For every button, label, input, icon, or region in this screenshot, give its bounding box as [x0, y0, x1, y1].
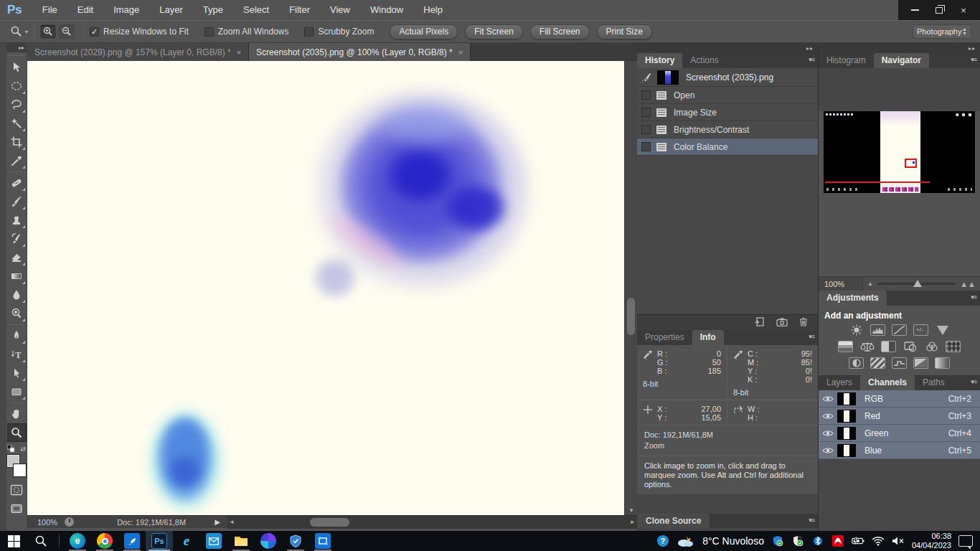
actual-pixels-button[interactable]: Actual Pixels — [390, 24, 458, 39]
tab-clone-source[interactable]: Clone Source — [637, 514, 710, 528]
channel-row-blue[interactable]: Blue Ctrl+5 — [819, 442, 980, 459]
workspace-switcher[interactable]: Photography ▲▼ — [913, 24, 971, 39]
history-state-open[interactable]: Open — [637, 87, 818, 104]
posterize-adjustment-icon[interactable] — [870, 357, 885, 369]
lasso-tool[interactable] — [7, 95, 27, 114]
swap-colors-icon[interactable]: ⇄ — [20, 446, 26, 453]
minimize-button[interactable] — [903, 2, 927, 18]
vertical-scrollbar[interactable]: ▾ — [624, 61, 637, 515]
path-selection-tool[interactable] — [7, 364, 27, 382]
status-doc-size[interactable]: Doc: 192,1M/61,8M — [117, 518, 186, 527]
navigator-zoom-slider[interactable] — [877, 283, 956, 285]
wifi-tray-icon[interactable] — [872, 534, 885, 547]
print-size-button[interactable]: Print Size — [597, 24, 652, 39]
channel-thumbnail[interactable] — [837, 427, 856, 440]
fill-screen-button[interactable]: Fill Screen — [530, 24, 590, 39]
eyedropper-icon[interactable] — [643, 349, 653, 375]
bluetooth-tray-icon[interactable] — [811, 534, 824, 547]
color-lookup-adjustment-icon[interactable] — [946, 341, 961, 352]
history-brush-tool[interactable] — [7, 230, 27, 248]
history-source-checkbox[interactable] — [641, 90, 651, 100]
taskbar-rocket-app[interactable] — [118, 531, 146, 551]
history-state-brightness-contrast[interactable]: Brightness/Contrast — [637, 121, 818, 138]
close-tab-icon[interactable]: × — [458, 48, 463, 57]
gradient-map-adjustment-icon[interactable] — [913, 357, 928, 369]
document-tab-1[interactable]: Screenshot (2029).png @ 157% (Layer 0, R… — [27, 43, 249, 61]
help-tray-icon[interactable]: ? — [656, 534, 669, 547]
hand-tool[interactable] — [7, 405, 27, 423]
tab-properties[interactable]: Properties — [637, 330, 692, 345]
taskbar-pinwheel-app[interactable] — [255, 531, 282, 551]
canvas[interactable] — [27, 61, 624, 515]
menu-filter[interactable]: Filter — [279, 0, 320, 20]
move-tool[interactable] — [7, 58, 27, 77]
panel-menu-icon[interactable]: ▾≡ — [971, 293, 976, 301]
notification-center-icon[interactable] — [958, 535, 973, 547]
checkbox-resize-windows-to-fit[interactable]: ✓ Resize Windows to Fit — [90, 27, 189, 37]
visibility-eye-icon[interactable] — [819, 447, 837, 454]
channel-mixer-adjustment-icon[interactable] — [924, 341, 939, 352]
vertical-scrollbar-thumb[interactable] — [627, 298, 635, 335]
visibility-eye-icon[interactable] — [819, 395, 837, 402]
brightness-contrast-adjustment-icon[interactable] — [849, 324, 864, 336]
menu-layer[interactable]: Layer — [149, 0, 193, 20]
taskbar-edge[interactable]: e — [64, 531, 91, 551]
zoom-slider-thumb[interactable] — [913, 280, 922, 287]
channel-row-red[interactable]: Red Ctrl+3 — [819, 408, 980, 425]
scroll-right-icon[interactable]: ▸ — [631, 518, 634, 525]
horizontal-scrollbar-thumb[interactable] — [310, 518, 349, 527]
navigator-preview[interactable] — [824, 111, 975, 193]
menu-image[interactable]: Image — [103, 0, 149, 20]
scroll-left-icon[interactable]: ◂ — [230, 518, 234, 525]
panel-menu-icon[interactable]: ▾≡ — [971, 378, 976, 385]
type-tool[interactable]: T — [7, 345, 27, 364]
black-white-adjustment-icon[interactable] — [881, 341, 896, 352]
tab-layers[interactable]: Layers — [819, 375, 860, 390]
taskbar-security-app[interactable] — [282, 531, 309, 551]
magic-wand-tool[interactable] — [7, 114, 27, 133]
menu-window[interactable]: Window — [360, 0, 413, 20]
horizontal-scrollbar[interactable]: ◂ ▸ — [227, 516, 637, 529]
new-snapshot-icon[interactable] — [776, 316, 788, 329]
pen-tool[interactable] — [7, 326, 27, 345]
collapse-dock-icon[interactable]: ▸▸ — [637, 43, 818, 53]
threshold-adjustment-icon[interactable] — [892, 357, 907, 369]
panel-menu-icon[interactable]: ▾≡ — [971, 56, 976, 63]
dock-grip[interactable] — [0, 43, 6, 531]
tab-channels[interactable]: Channels — [860, 375, 915, 390]
tab-actions[interactable]: Actions — [682, 53, 726, 68]
eraser-tool[interactable] — [7, 248, 27, 267]
checkbox-zoom-all-windows[interactable]: Zoom All Windows — [204, 27, 289, 37]
shape-tool[interactable] — [7, 382, 27, 401]
zoom-tool[interactable] — [7, 423, 27, 442]
clone-stamp-tool[interactable] — [7, 211, 27, 230]
zoom-out-button[interactable] — [59, 24, 75, 39]
close-button[interactable]: × — [951, 2, 976, 18]
tab-info[interactable]: Info — [692, 330, 724, 345]
channel-thumbnail[interactable] — [837, 410, 856, 423]
status-menu-icon[interactable]: ▶ — [215, 518, 220, 526]
healing-brush-tool[interactable] — [7, 174, 27, 192]
menu-help[interactable]: Help — [413, 0, 453, 20]
invert-adjustment-icon[interactable] — [849, 357, 864, 369]
hue-saturation-adjustment-icon[interactable] — [838, 341, 853, 352]
history-source-checkbox[interactable] — [641, 108, 651, 117]
taskbar-search-button[interactable] — [27, 531, 55, 551]
levels-adjustment-icon[interactable] — [870, 324, 885, 336]
background-color-swatch[interactable] — [14, 464, 26, 476]
document-tab-2[interactable]: Screenshot (2035).png @ 100% (Layer 0, R… — [249, 43, 471, 61]
menu-file[interactable]: File — [32, 0, 67, 20]
menu-view[interactable]: View — [320, 0, 360, 20]
blur-tool[interactable] — [7, 286, 27, 304]
panel-menu-icon[interactable]: ▾≡ — [809, 56, 814, 63]
menu-select[interactable]: Select — [233, 0, 279, 20]
new-document-from-state-icon[interactable] — [754, 316, 765, 329]
scroll-down-icon[interactable]: ▾ — [625, 507, 638, 514]
channel-row-green[interactable]: Green Ctrl+4 — [819, 425, 980, 442]
exposure-adjustment-icon[interactable]: +/- — [913, 324, 928, 336]
dodge-tool[interactable] — [7, 304, 27, 323]
zoom-out-mountain-icon[interactable]: ▲ — [867, 281, 873, 287]
tab-histogram[interactable]: Histogram — [819, 53, 874, 68]
quick-mask-button[interactable] — [7, 481, 27, 499]
collapse-dock-icon[interactable]: ▸▸ — [819, 43, 980, 53]
